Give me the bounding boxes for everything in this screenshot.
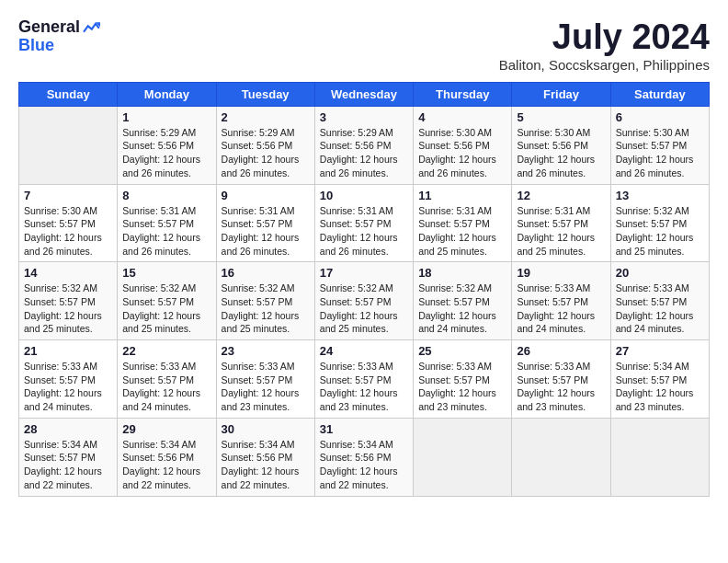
day-number: 18 [418, 266, 506, 280]
calendar-week-2: 7Sunrise: 5:30 AM Sunset: 5:57 PM Daylig… [19, 184, 710, 262]
day-number: 8 [122, 189, 210, 202]
day-info: Sunrise: 5:34 AM Sunset: 5:57 PM Dayligh… [24, 439, 102, 490]
day-info: Sunrise: 5:29 AM Sunset: 5:56 PM Dayligh… [222, 127, 300, 178]
day-info: Sunrise: 5:31 AM Sunset: 5:57 PM Dayligh… [418, 205, 496, 257]
day-info: Sunrise: 5:33 AM Sunset: 5:57 PM Dayligh… [122, 361, 200, 412]
calendar-cell: 28Sunrise: 5:34 AM Sunset: 5:57 PM Dayli… [19, 418, 118, 496]
day-info: Sunrise: 5:30 AM Sunset: 5:56 PM Dayligh… [418, 127, 496, 178]
day-number: 4 [418, 110, 506, 124]
day-number: 14 [24, 266, 112, 280]
calendar-cell: 6Sunrise: 5:30 AM Sunset: 5:57 PM Daylig… [610, 106, 709, 184]
calendar-week-4: 21Sunrise: 5:33 AM Sunset: 5:57 PM Dayli… [19, 340, 710, 419]
day-number: 10 [320, 189, 408, 202]
calendar-cell: 14Sunrise: 5:32 AM Sunset: 5:57 PM Dayli… [19, 262, 118, 340]
calendar-cell: 2Sunrise: 5:29 AM Sunset: 5:56 PM Daylig… [216, 106, 314, 184]
day-number: 25 [418, 344, 506, 358]
day-info: Sunrise: 5:33 AM Sunset: 5:57 PM Dayligh… [24, 361, 102, 412]
day-info: Sunrise: 5:32 AM Sunset: 5:57 PM Dayligh… [24, 282, 102, 334]
logo-general-text: General [18, 18, 80, 37]
calendar-week-3: 14Sunrise: 5:32 AM Sunset: 5:57 PM Dayli… [19, 262, 710, 340]
day-number: 16 [222, 266, 310, 280]
day-number: 26 [517, 344, 605, 358]
day-info: Sunrise: 5:31 AM Sunset: 5:57 PM Dayligh… [122, 205, 200, 257]
day-number: 3 [320, 110, 408, 124]
day-info: Sunrise: 5:33 AM Sunset: 5:57 PM Dayligh… [320, 361, 398, 412]
day-number: 12 [517, 189, 605, 202]
calendar-cell: 7Sunrise: 5:30 AM Sunset: 5:57 PM Daylig… [19, 184, 118, 262]
day-number: 17 [320, 266, 408, 280]
day-number: 27 [616, 344, 704, 358]
day-info: Sunrise: 5:33 AM Sunset: 5:57 PM Dayligh… [222, 361, 300, 412]
day-info: Sunrise: 5:33 AM Sunset: 5:57 PM Dayligh… [418, 361, 496, 412]
day-number: 7 [24, 189, 112, 202]
day-number: 20 [616, 266, 704, 280]
calendar-cell: 9Sunrise: 5:31 AM Sunset: 5:57 PM Daylig… [216, 184, 314, 262]
weekday-header-sunday: Sunday [19, 82, 118, 106]
day-number: 19 [517, 266, 605, 280]
weekday-header-tuesday: Tuesday [216, 82, 314, 106]
day-info: Sunrise: 5:29 AM Sunset: 5:56 PM Dayligh… [320, 127, 398, 178]
day-info: Sunrise: 5:32 AM Sunset: 5:57 PM Dayligh… [122, 282, 200, 334]
logo-icon [82, 18, 100, 37]
calendar-cell: 26Sunrise: 5:33 AM Sunset: 5:57 PM Dayli… [512, 340, 610, 419]
day-number: 6 [616, 110, 704, 124]
calendar-cell: 31Sunrise: 5:34 AM Sunset: 5:56 PM Dayli… [314, 418, 413, 496]
day-info: Sunrise: 5:34 AM Sunset: 5:57 PM Dayligh… [616, 361, 694, 412]
month-year-title: July 2024 [499, 18, 710, 57]
day-info: Sunrise: 5:29 AM Sunset: 5:56 PM Dayligh… [122, 127, 200, 178]
calendar-table: SundayMondayTuesdayWednesdayThursdayFrid… [18, 82, 710, 497]
calendar-cell: 15Sunrise: 5:32 AM Sunset: 5:57 PM Dayli… [118, 262, 216, 340]
logo: General Blue [18, 18, 100, 55]
calendar-cell: 1Sunrise: 5:29 AM Sunset: 5:56 PM Daylig… [118, 106, 216, 184]
weekday-header-thursday: Thursday [414, 82, 512, 106]
calendar-cell: 13Sunrise: 5:32 AM Sunset: 5:57 PM Dayli… [610, 184, 709, 262]
weekday-header-friday: Friday [512, 82, 610, 106]
day-number: 23 [222, 344, 310, 358]
day-number: 5 [517, 110, 605, 124]
day-info: Sunrise: 5:34 AM Sunset: 5:56 PM Dayligh… [320, 439, 398, 490]
calendar-cell: 5Sunrise: 5:30 AM Sunset: 5:56 PM Daylig… [512, 106, 610, 184]
day-number: 9 [222, 189, 310, 202]
calendar-cell [19, 106, 118, 184]
day-info: Sunrise: 5:32 AM Sunset: 5:57 PM Dayligh… [222, 282, 300, 334]
title-block: July 2024 Baliton, Soccsksargen, Philipp… [499, 18, 710, 73]
calendar-cell: 19Sunrise: 5:33 AM Sunset: 5:57 PM Dayli… [512, 262, 610, 340]
day-info: Sunrise: 5:31 AM Sunset: 5:57 PM Dayligh… [320, 205, 398, 257]
day-info: Sunrise: 5:32 AM Sunset: 5:57 PM Dayligh… [616, 205, 694, 257]
day-number: 13 [616, 189, 704, 202]
weekday-header-wednesday: Wednesday [314, 82, 413, 106]
day-number: 24 [320, 344, 408, 358]
calendar-cell: 30Sunrise: 5:34 AM Sunset: 5:56 PM Dayli… [216, 418, 314, 496]
day-number: 15 [122, 266, 210, 280]
calendar-cell: 27Sunrise: 5:34 AM Sunset: 5:57 PM Dayli… [610, 340, 709, 419]
calendar-cell: 22Sunrise: 5:33 AM Sunset: 5:57 PM Dayli… [118, 340, 216, 419]
calendar-cell: 10Sunrise: 5:31 AM Sunset: 5:57 PM Dayli… [314, 184, 413, 262]
day-number: 30 [222, 422, 310, 436]
weekday-header-row: SundayMondayTuesdayWednesdayThursdayFrid… [19, 82, 710, 106]
day-number: 22 [122, 344, 210, 358]
day-number: 11 [418, 189, 506, 202]
calendar-cell [610, 418, 709, 496]
day-info: Sunrise: 5:31 AM Sunset: 5:57 PM Dayligh… [222, 205, 300, 257]
calendar-cell: 25Sunrise: 5:33 AM Sunset: 5:57 PM Dayli… [414, 340, 512, 419]
day-info: Sunrise: 5:30 AM Sunset: 5:56 PM Dayligh… [517, 127, 595, 178]
day-number: 21 [24, 344, 112, 358]
day-number: 2 [222, 110, 310, 124]
location-subtitle: Baliton, Soccsksargen, Philippines [499, 57, 710, 73]
day-info: Sunrise: 5:30 AM Sunset: 5:57 PM Dayligh… [616, 127, 694, 178]
calendar-cell: 24Sunrise: 5:33 AM Sunset: 5:57 PM Dayli… [314, 340, 413, 419]
day-number: 29 [122, 422, 210, 436]
day-info: Sunrise: 5:32 AM Sunset: 5:57 PM Dayligh… [418, 282, 496, 334]
calendar-cell: 17Sunrise: 5:32 AM Sunset: 5:57 PM Dayli… [314, 262, 413, 340]
calendar-week-5: 28Sunrise: 5:34 AM Sunset: 5:57 PM Dayli… [19, 418, 710, 496]
calendar-cell: 3Sunrise: 5:29 AM Sunset: 5:56 PM Daylig… [314, 106, 413, 184]
calendar-cell [512, 418, 610, 496]
calendar-cell: 23Sunrise: 5:33 AM Sunset: 5:57 PM Dayli… [216, 340, 314, 419]
calendar-cell: 20Sunrise: 5:33 AM Sunset: 5:57 PM Dayli… [610, 262, 709, 340]
day-info: Sunrise: 5:32 AM Sunset: 5:57 PM Dayligh… [320, 282, 398, 334]
day-number: 31 [320, 422, 408, 436]
day-info: Sunrise: 5:33 AM Sunset: 5:57 PM Dayligh… [616, 282, 694, 334]
calendar-cell [414, 418, 512, 496]
day-info: Sunrise: 5:34 AM Sunset: 5:56 PM Dayligh… [222, 439, 300, 490]
calendar-cell: 12Sunrise: 5:31 AM Sunset: 5:57 PM Dayli… [512, 184, 610, 262]
